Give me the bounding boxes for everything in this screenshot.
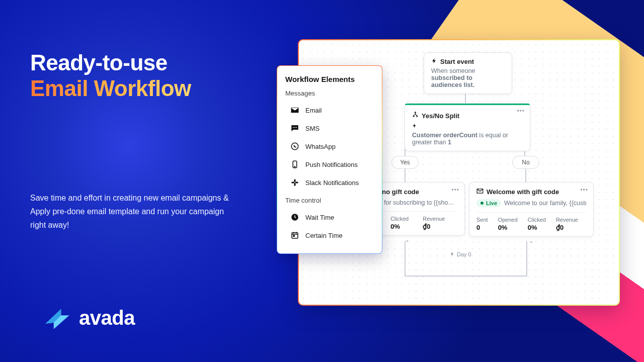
stat-value: 0% xyxy=(390,223,409,230)
svg-rect-15 xyxy=(293,235,294,236)
slack-icon xyxy=(290,178,299,187)
panel-title: Workflow Elements xyxy=(285,75,374,83)
svg-point-3 xyxy=(293,127,294,128)
wait-day-label: Day 0 xyxy=(450,251,471,257)
workflow-elements-panel: Workflow Elements Messages Email SMS Wha… xyxy=(277,65,382,254)
chevron-down-icon: ⌄ xyxy=(529,237,534,244)
stat-label: Revenue xyxy=(556,217,578,223)
svg-point-1 xyxy=(417,116,418,117)
svg-point-5 xyxy=(296,127,297,128)
calendar-icon xyxy=(290,231,299,240)
stat-label: Clicked xyxy=(390,216,409,222)
stat-value: 0 xyxy=(476,224,488,231)
stat-label: Revenue xyxy=(423,216,445,222)
element-sms[interactable]: SMS xyxy=(285,119,374,137)
element-label: SMS xyxy=(305,125,319,132)
element-label: Email xyxy=(305,107,322,114)
lightning-icon xyxy=(450,251,455,257)
element-label: Certain Time xyxy=(305,232,343,239)
envelope-icon xyxy=(476,188,484,196)
element-push[interactable]: Push Notifications xyxy=(285,155,374,173)
phone-icon xyxy=(290,160,299,169)
chevron-down-icon: ⌄ xyxy=(405,236,410,243)
connector xyxy=(405,168,406,184)
start-desc-bold: subscribed to audiences list. xyxy=(431,74,474,88)
stat-label: Clicked xyxy=(528,217,546,223)
panel-section-time: Time control xyxy=(285,197,374,204)
start-title: Start event xyxy=(440,58,474,65)
element-whatsapp[interactable]: WhatsApp xyxy=(285,137,374,155)
email-no-title: Welcome with gift code xyxy=(487,188,559,196)
workflow-node-start[interactable]: Start event When someone subscribed to a… xyxy=(424,52,512,94)
svg-point-4 xyxy=(294,127,295,128)
element-wait-time[interactable]: Wait Time xyxy=(285,208,374,226)
element-slack[interactable]: Slack Notifications xyxy=(285,173,374,192)
stat-value: ₫0 xyxy=(423,223,445,230)
split-pill-yes: Yes xyxy=(391,156,419,169)
split-icon xyxy=(412,112,419,120)
panel-section-messages: Messages xyxy=(285,89,374,97)
more-icon[interactable]: ••• xyxy=(451,187,459,194)
workflow-node-email-no[interactable]: ••• Welcome with gift code Live Welcome … xyxy=(469,182,594,237)
subheadline: Save time and effort in creating new ema… xyxy=(30,191,231,232)
svg-rect-9 xyxy=(294,179,296,182)
whatsapp-icon xyxy=(290,142,299,151)
status-badge-live: Live xyxy=(476,199,501,207)
envelope-icon xyxy=(290,106,299,115)
svg-point-8 xyxy=(294,166,295,167)
stat-value: 0% xyxy=(498,224,518,231)
promo-slide: Ready-to-use Email Workflow Save time an… xyxy=(0,0,644,362)
element-label: Push Notifications xyxy=(305,161,358,168)
stat-value: ₫0 xyxy=(556,224,578,231)
stats-row: Sent0 Opened0% Clicked0% Revenue₫0 xyxy=(476,212,586,231)
more-icon[interactable]: ••• xyxy=(517,108,525,115)
svg-rect-11 xyxy=(291,182,294,184)
hero: Ready-to-use Email Workflow xyxy=(30,50,191,101)
headline-line-1: Ready-to-use xyxy=(30,50,168,75)
element-email[interactable]: Email xyxy=(285,101,374,119)
stat-label: Sent xyxy=(476,217,488,223)
stat-value: 0% xyxy=(528,224,546,231)
split-cond-field: Customer orderCount xyxy=(412,132,477,139)
clock-icon xyxy=(290,213,299,222)
element-certain-time[interactable]: Certain Time xyxy=(285,226,374,244)
workflow-node-split[interactable]: ••• Yes/No Split Customer orderCount is … xyxy=(405,103,530,151)
brand-logo: avada xyxy=(43,307,135,329)
lightning-icon xyxy=(431,58,437,65)
connector xyxy=(525,168,526,184)
svg-rect-10 xyxy=(294,183,296,186)
start-desc-pre: When someone xyxy=(431,67,475,74)
headline-line-2: Email Workflow xyxy=(30,76,191,102)
split-title: Yes/No Split xyxy=(422,112,459,120)
split-cond-value: 1 xyxy=(448,139,451,146)
element-label: Slack Notifications xyxy=(305,179,359,187)
sms-icon xyxy=(290,124,299,133)
svg-rect-12 xyxy=(295,182,298,184)
element-label: WhatsApp xyxy=(305,143,336,150)
wait-day-text: Day 0 xyxy=(457,251,471,257)
brand-name: avada xyxy=(79,307,135,329)
node-accent-bar xyxy=(405,104,530,105)
more-icon[interactable]: ••• xyxy=(580,187,588,194)
split-pill-no: No xyxy=(512,156,539,169)
headline: Ready-to-use Email Workflow xyxy=(30,50,191,101)
stat-label: Opened xyxy=(498,217,518,223)
lightning-icon xyxy=(412,123,417,130)
avada-logo-icon xyxy=(43,307,72,329)
email-no-preview: Welcome to our family, {{customer… xyxy=(504,200,586,207)
element-label: Wait Time xyxy=(305,214,334,221)
connector xyxy=(405,241,527,277)
svg-point-0 xyxy=(413,116,414,117)
